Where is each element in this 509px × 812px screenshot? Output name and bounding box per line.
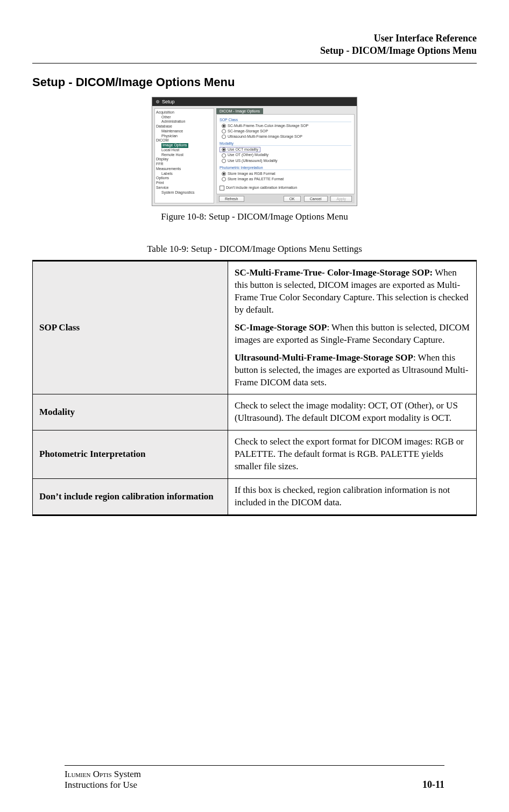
radio-option-label: Use OT (Other) Modality	[228, 153, 268, 157]
setting-description: If this box is checked, region calibrati…	[228, 479, 477, 516]
header-line-1: User Interface Reference	[32, 32, 477, 45]
group-sop-class: SOP Class SC-Multi-Frame-True-Color-Imag…	[220, 118, 351, 139]
radio-option[interactable]: Use OT (Other) Modality	[220, 152, 351, 158]
radio-icon	[222, 129, 226, 133]
tree-item[interactable]: Maintenance	[156, 129, 213, 134]
radio-option[interactable]: Store Image as RGB Format	[220, 171, 351, 176]
section-title: Setup - DICOM/Image Options Menu	[32, 75, 477, 89]
setting-name: Modality	[33, 394, 228, 430]
panel-tab-title: DICOM - Image Options	[216, 108, 263, 114]
radio-option[interactable]: SC-Multi-Frame-True-Color-Image-Storage …	[220, 123, 351, 129]
setup-window: Setup AcquisitionOtherAdministrationData…	[152, 97, 357, 206]
radio-option-label: SC-Multi-Frame-True-Color-Image-Storage …	[228, 124, 308, 128]
group-modality-title: Modality	[220, 142, 351, 146]
radio-option-label: Use OCT modality	[228, 147, 258, 151]
radio-icon	[222, 135, 226, 139]
tree-item[interactable]: Options	[156, 176, 213, 181]
table-row: Don’t include region calibration informa…	[33, 479, 477, 516]
radio-option-label: Use US (Ultrasound) Modality	[228, 159, 278, 163]
setting-description: Check to select the image modality: OCT,…	[228, 394, 477, 430]
ok-button[interactable]: OK	[284, 196, 301, 202]
settings-table: SOP ClassSC-Multi-Frame-True- Color-Imag…	[32, 260, 477, 516]
radio-option-label: Ultrasound-Multi-Frame-Image-Storage SOP	[228, 135, 302, 138]
setting-name: Photometric Interpretation	[33, 430, 228, 479]
tree-item[interactable]: Local Host	[156, 148, 213, 153]
page-footer: Ilumien Optis System Instructions for Us…	[65, 765, 444, 790]
checkbox-icon	[220, 186, 224, 190]
tree-item[interactable]: Display	[156, 157, 213, 162]
group-photometric: Photometric Interpretation Store Image a…	[220, 166, 351, 182]
radio-option[interactable]: SC-Image-Storage SOP	[220, 129, 351, 134]
page-header: User Interface Reference Setup - DICOM/I…	[32, 32, 477, 58]
setting-description: Check to select the export format for DI…	[228, 430, 477, 479]
radio-icon	[222, 153, 226, 158]
radio-icon	[222, 177, 226, 181]
tree-item[interactable]: Service	[156, 186, 213, 190]
tree-item[interactable]: FFR	[156, 162, 213, 167]
calibration-checkbox-label: Don't include region calibration informa…	[226, 186, 297, 189]
figure-caption: Figure 10-8: Setup - DICOM/Image Options…	[32, 211, 477, 222]
radio-icon	[222, 147, 226, 152]
gear-icon	[155, 100, 160, 104]
radio-option-label: SC-Image-Storage SOP	[228, 129, 268, 133]
tree-item[interactable]: Other	[156, 115, 213, 120]
radio-option[interactable]: Store Image as PALETTE Format	[220, 176, 351, 182]
group-photo-title: Photometric Interpretation	[220, 166, 351, 170]
svg-point-1	[157, 101, 158, 102]
tree-item[interactable]: Physician	[156, 134, 213, 139]
radio-option-label: Store Image as PALETTE Format	[228, 177, 284, 181]
setup-tree[interactable]: AcquisitionOtherAdministrationDatabaseMa…	[154, 108, 214, 203]
apply-button[interactable]: Apply	[330, 196, 352, 202]
window-titlebar: Setup	[152, 97, 357, 106]
setting-name: SOP Class	[33, 261, 228, 394]
radio-icon	[222, 124, 226, 128]
tree-item[interactable]: DICOM	[156, 138, 213, 143]
page-number: 10-11	[422, 779, 444, 790]
figure-screenshot: Setup AcquisitionOtherAdministrationData…	[32, 97, 477, 206]
setting-name: Don’t include region calibration informa…	[33, 479, 228, 516]
setting-description: SC-Multi-Frame-True- Color-Image-Storage…	[228, 261, 477, 394]
tree-item[interactable]: Administration	[156, 119, 213, 124]
tree-item-selected[interactable]: Image Options	[161, 143, 188, 148]
radio-icon	[222, 159, 226, 163]
refresh-button[interactable]: Refresh	[219, 196, 244, 202]
header-rule	[32, 63, 477, 63]
radio-icon	[222, 172, 226, 176]
radio-option-label: Store Image as RGB Format	[228, 172, 275, 175]
tree-item[interactable]: System Diagnostics	[156, 190, 213, 195]
radio-option[interactable]: Use US (Ultrasound) Modality	[220, 158, 351, 164]
dialog-button-bar: Refresh OK Cancel Apply	[216, 194, 355, 203]
tree-item[interactable]: Database	[156, 124, 213, 129]
radio-option[interactable]: Use OCT modality	[220, 147, 260, 152]
tree-item[interactable]: Measurements	[156, 167, 213, 172]
tree-item[interactable]: Labels	[156, 172, 213, 176]
tree-item[interactable]: Image Options	[156, 143, 213, 148]
calibration-checkbox[interactable]: Don't include region calibration informa…	[220, 184, 351, 190]
tree-item[interactable]: Remote Host	[156, 153, 213, 158]
table-row: ModalityCheck to select the image modali…	[33, 394, 477, 430]
tree-item[interactable]: Acquisition	[156, 110, 213, 115]
group-sop-title: SOP Class	[220, 118, 351, 122]
tree-item[interactable]: Print	[156, 181, 213, 186]
header-line-2: Setup - DICOM/Image Options Menu	[32, 45, 477, 57]
group-modality: Modality Use OCT modalityUse OT (Other) …	[220, 142, 351, 163]
radio-option[interactable]: Ultrasound-Multi-Frame-Image-Storage SOP	[220, 134, 351, 139]
table-row: Photometric InterpretationCheck to selec…	[33, 430, 477, 479]
footer-text: Ilumien Optis System Instructions for Us…	[65, 769, 141, 790]
table-row: SOP ClassSC-Multi-Frame-True- Color-Imag…	[33, 261, 477, 394]
options-panel: SOP Class SC-Multi-Frame-True-Color-Imag…	[216, 114, 355, 194]
cancel-button[interactable]: Cancel	[304, 196, 328, 202]
table-caption: Table 10-9: Setup - DICOM/Image Options …	[32, 244, 477, 255]
window-title: Setup	[162, 99, 175, 104]
